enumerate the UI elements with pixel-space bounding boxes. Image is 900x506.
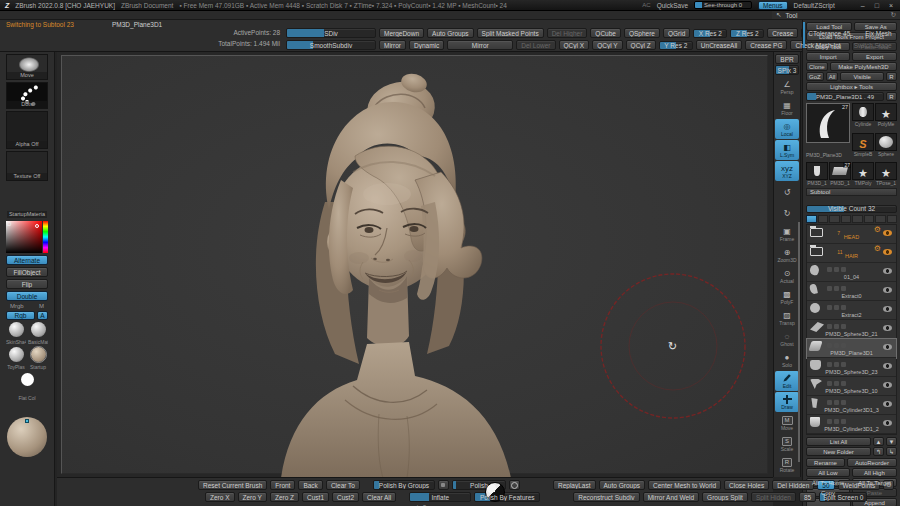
- shelf-button[interactable]: Front: [270, 480, 295, 490]
- shelf-button[interactable]: SDiv: [286, 28, 376, 38]
- right-shelf-item[interactable]: ▣ Frame: [775, 224, 799, 244]
- close-button[interactable]: ×: [887, 2, 895, 9]
- right-shelf-item[interactable]: ⊙ Actual: [775, 266, 799, 286]
- tool-button[interactable]: Visible: [840, 72, 884, 81]
- shelf-button[interactable]: Y Res 2: [659, 41, 693, 50]
- shelf-button[interactable]: QCube: [590, 28, 621, 38]
- subtool-item[interactable]: ⚙ 11 HAIR: [807, 244, 896, 263]
- tool-button[interactable]: Export: [852, 52, 897, 61]
- shelf-button[interactable]: Clear To: [326, 480, 360, 490]
- reset-icon[interactable]: ↻: [891, 11, 896, 19]
- subtool-item[interactable]: ⚙ 7 HEAD: [807, 225, 896, 244]
- flat-color-icon[interactable]: [21, 373, 34, 386]
- shelf-button[interactable]: Inflate: [409, 492, 471, 502]
- subtool-action-button[interactable]: All Low: [806, 468, 850, 477]
- material-toyplastic-icon[interactable]: [9, 347, 24, 362]
- subtool-list-button[interactable]: ↰: [873, 447, 884, 456]
- menus-button[interactable]: Menus: [758, 1, 788, 10]
- shelf-button[interactable]: Dynamic: [409, 40, 444, 50]
- current-tool-preview[interactable]: 27: [806, 103, 850, 143]
- bpr-button[interactable]: BPR: [775, 54, 799, 64]
- right-shelf-item[interactable]: M Move: [775, 413, 799, 433]
- shelf-button[interactable]: ReplayLast: [553, 480, 596, 490]
- shelf-button[interactable]: Zero Y: [238, 492, 267, 502]
- shelf-button[interactable]: Cust2: [332, 492, 359, 502]
- visibility-tab[interactable]: [829, 215, 840, 223]
- left-shelf-button[interactable]: Alternate: [6, 255, 48, 265]
- right-shelf-item[interactable]: S Scale: [775, 434, 799, 454]
- tool-thumbnail[interactable]: TMPoly: [852, 162, 874, 186]
- right-shelf-item[interactable]: ⊕ Zoom3D: [775, 245, 799, 265]
- left-shelf-button[interactable]: Flip: [6, 279, 48, 289]
- tool-thumbnail[interactable]: Sphere: [875, 133, 897, 162]
- subtool-list-button[interactable]: ↳: [886, 447, 897, 456]
- current-brush-thumbnail[interactable]: Move: [6, 54, 48, 80]
- shelf-button[interactable]: SmoothSubdiv: [286, 40, 376, 50]
- subtool-item[interactable]: ⚙ PM3D_Cylinder3D1_2: [807, 415, 896, 434]
- visibility-tab[interactable]: [841, 215, 852, 223]
- visibility-tab[interactable]: [887, 215, 898, 223]
- current-tool-slider[interactable]: PM3D_Plane3D1 . 49: [806, 92, 884, 101]
- rgb-button[interactable]: Rgb: [6, 311, 35, 320]
- current-stroke-thumbnail[interactable]: Dots: [6, 82, 48, 109]
- right-shelf-item[interactable]: ◌ Ghost: [775, 329, 799, 349]
- default-zscript-button[interactable]: DefaultZScript: [794, 2, 835, 9]
- shelf-button[interactable]: Del Hidden: [772, 480, 814, 490]
- material-preview-sphere[interactable]: [7, 417, 47, 457]
- shelf-button[interactable]: Auto Groups: [599, 480, 646, 490]
- shelf-button[interactable]: Split Screen 0: [819, 492, 867, 502]
- document-canvas[interactable]: ↻: [57, 52, 773, 477]
- shelf-button[interactable]: Mirror And Weld: [643, 492, 699, 502]
- subtool-list-button[interactable]: ▼: [886, 437, 897, 446]
- shelf-button[interactable]: QCyl Y: [592, 40, 622, 50]
- right-shelf-item[interactable]: ◧ L.Sym: [775, 140, 799, 160]
- shelf-button[interactable]: Back: [298, 480, 322, 490]
- current-alpha-thumbnail[interactable]: Alpha Off: [6, 111, 48, 149]
- shelf-button[interactable]: UnCreaseAll: [696, 40, 743, 50]
- tool-thumbnail[interactable]: TPose_1: [875, 162, 897, 186]
- right-shelf-item[interactable]: ▨ Transp: [775, 308, 799, 328]
- shelf-button[interactable]: QSphere: [624, 28, 660, 38]
- left-shelf-button[interactable]: FillObject: [6, 267, 48, 277]
- shelf-button[interactable]: Mirror: [379, 40, 406, 50]
- visibility-tab[interactable]: [852, 215, 863, 223]
- right-shelf-item[interactable]: ● Solo: [775, 350, 799, 370]
- visibility-tab[interactable]: [818, 215, 829, 223]
- subtool-item[interactable]: ⚙ PM3D_Cylinder3D1_3: [807, 396, 896, 415]
- m-label[interactable]: M: [39, 303, 44, 309]
- shelf-button[interactable]: Auto Groups: [427, 28, 474, 38]
- subtool-item[interactable]: ⚙ Extract2: [807, 301, 896, 320]
- shelf-button[interactable]: Zero X: [205, 492, 235, 502]
- shelf-button[interactable]: Cust1: [302, 492, 329, 502]
- visibility-tab[interactable]: [864, 215, 875, 223]
- visibility-tab[interactable]: [806, 215, 817, 223]
- shelf-button[interactable]: X Res 2: [693, 29, 727, 38]
- right-shelf-item[interactable]: xyz XYZ: [775, 161, 799, 181]
- shelf-button[interactable]: Crease: [767, 28, 798, 38]
- mrgb-label[interactable]: Mrgb: [10, 303, 24, 309]
- shelf-button[interactable]: Zero Z: [270, 492, 299, 502]
- shelf-button[interactable]: Split Masked Points: [477, 28, 544, 38]
- a-button[interactable]: A: [37, 311, 48, 320]
- tool-button[interactable]: Clone: [806, 62, 828, 71]
- right-shelf-item[interactable]: ↻: [775, 203, 799, 223]
- shelf-button[interactable]: [438, 480, 449, 490]
- tool-button[interactable]: R: [886, 72, 897, 81]
- right-shelf-item[interactable]: ↺: [775, 182, 799, 202]
- shelf-button[interactable]: Mirror: [447, 40, 513, 50]
- shelf-button[interactable]: Clear All: [362, 492, 396, 502]
- shelf-button[interactable]: Del Lower: [516, 40, 555, 50]
- subtool-action-button[interactable]: Rename: [806, 458, 845, 467]
- shelf-button[interactable]: WeldPoints: [838, 480, 881, 490]
- subtool-list-button[interactable]: New Folder: [806, 447, 871, 456]
- tool-button[interactable]: Load Tools From Project: [806, 32, 897, 41]
- subtool-item[interactable]: ⚙ PM3D_Sphere3D_10: [807, 377, 896, 396]
- shelf-button[interactable]: QCyl X: [559, 40, 590, 50]
- hue-strip[interactable]: [43, 221, 48, 253]
- visibility-tab[interactable]: [875, 215, 886, 223]
- subtool-item[interactable]: ⚙ PM3D_Plane3D1: [807, 339, 896, 358]
- shelf-button[interactable]: Polish By Features: [474, 492, 540, 502]
- subtool-section-header[interactable]: Subtool: [806, 188, 897, 196]
- shelf-button[interactable]: Crease PG: [745, 40, 787, 50]
- shelf-button[interactable]: Z Res 2: [730, 29, 764, 38]
